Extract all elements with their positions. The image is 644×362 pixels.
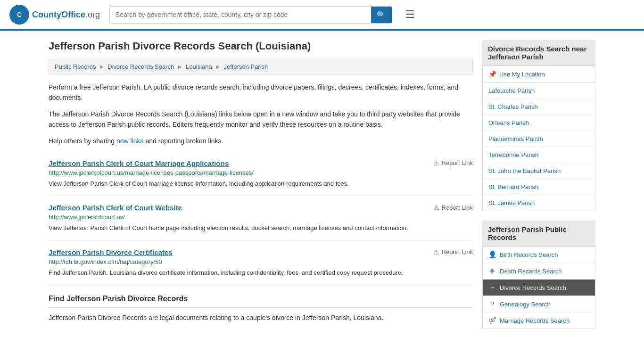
public-records-label-2: Divorce Records Search <box>500 284 566 291</box>
sidebar: Divorce Records Search near Jefferson Pa… <box>482 40 595 338</box>
report-icon-1: ⚠ <box>433 204 439 211</box>
content-area: Jefferson Parish Divorce Records Search … <box>49 40 473 338</box>
use-location-button[interactable]: 📌 Use My Location <box>483 66 595 82</box>
public-records-link-2[interactable]: ↔ Divorce Records Search <box>483 280 595 296</box>
public-records-icon-3: ? <box>488 300 496 308</box>
public-records-link-4[interactable]: ⚤ Marriage Records Search <box>483 313 595 329</box>
public-records-title: Jefferson Parish Public Records <box>482 221 595 247</box>
breadcrumb-public-records[interactable]: Public Records <box>55 63 96 70</box>
public-records-item[interactable]: ⚤ Marriage Records Search <box>483 313 595 329</box>
result-title-1[interactable]: Jefferson Parish Clerk of Court Website <box>49 204 182 212</box>
public-records-icon-1: ✚ <box>488 267 496 275</box>
page-title: Jefferson Parish Divorce Records Search … <box>49 40 473 52</box>
main-container: Jefferson Parish Divorce Records Search … <box>39 31 605 348</box>
result-title-2[interactable]: Jefferson Parish Divorce Certificates <box>49 248 173 256</box>
nearby-link-1[interactable]: St. Charles Parish <box>483 99 595 115</box>
search-button[interactable]: 🔍 <box>371 7 392 23</box>
use-location-item[interactable]: 📌 Use My Location <box>483 66 595 82</box>
result-title-0[interactable]: Jefferson Parish Clerk of Court Marriage… <box>49 159 229 167</box>
nearby-list: 📌 Use My Location <box>482 66 595 83</box>
nearby-link-0[interactable]: Lafourche Parish <box>483 83 595 99</box>
nearby-item[interactable]: Plaquemines Parish <box>483 131 595 147</box>
public-records-label-4: Marriage Records Search <box>500 317 570 324</box>
public-records-list: 👤 Birth Records Search ✚ Death Records S… <box>482 247 595 329</box>
public-records-item[interactable]: ↔ Divorce Records Search <box>483 280 595 296</box>
public-records-link-3[interactable]: ? Genealogy Search <box>483 296 595 312</box>
result-item: Jefferson Parish Divorce Certificates ⚠ … <box>49 241 473 286</box>
breadcrumb-divorce-records[interactable]: Divorce Records Search <box>107 63 174 70</box>
new-links-link[interactable]: new links <box>116 137 144 145</box>
public-records-item[interactable]: ? Genealogy Search <box>483 296 595 313</box>
desc-para-1: Perform a free Jefferson Parish, LA publ… <box>49 82 473 103</box>
nearby-item[interactable]: Lafourche Parish <box>483 83 595 99</box>
result-url-1: http://www.jpclerkofcourt.us/ <box>49 214 473 221</box>
public-records-link-1[interactable]: ✚ Death Records Search <box>483 263 595 279</box>
report-icon-2: ⚠ <box>433 248 439 256</box>
result-desc-0: View Jefferson Parish Clerk of Court mar… <box>49 179 473 189</box>
nearby-item[interactable]: St. James Parish <box>483 195 595 211</box>
breadcrumb-sep-3: ► <box>215 63 221 70</box>
result-desc-2: Find Jefferson Parish, Louisiana divorce… <box>49 268 473 278</box>
report-link-button-0[interactable]: ⚠ Report Link <box>433 159 473 167</box>
result-item: Jefferson Parish Clerk of Court Marriage… <box>49 152 473 197</box>
breadcrumb-sep-1: ► <box>99 63 105 70</box>
public-records-item[interactable]: 👤 Birth Records Search <box>483 247 595 263</box>
report-link-button-1[interactable]: ⚠ Report Link <box>433 204 473 211</box>
public-records-icon-0: 👤 <box>488 251 496 258</box>
breadcrumb-louisiana[interactable]: Louisiana <box>186 63 212 70</box>
report-link-label-0: Report Link <box>442 159 473 166</box>
nearby-title: Divorce Records Search near Jefferson Pa… <box>482 40 595 66</box>
public-records-icon-2: ↔ <box>488 284 496 291</box>
report-icon-0: ⚠ <box>433 159 439 167</box>
search-input[interactable] <box>110 7 371 22</box>
logo-icon: C <box>9 5 29 25</box>
menu-button[interactable]: ☰ <box>402 7 419 23</box>
public-records-label-0: Birth Records Search <box>500 251 558 258</box>
nearby-link-3[interactable]: Plaquemines Parish <box>483 131 595 147</box>
nearby-link-6[interactable]: St. Bernard Parish <box>483 179 595 195</box>
bottom-desc: Jefferson Parish Divorce Records are leg… <box>49 313 473 323</box>
public-records-label-3: Genealogy Search <box>500 301 551 308</box>
nearby-list-items: Lafourche ParishSt. Charles ParishOrlean… <box>482 83 595 211</box>
pin-icon: 📌 <box>488 70 496 78</box>
report-link-label-2: Report Link <box>442 248 473 255</box>
find-section-heading: Find Jefferson Parish Divorce Records <box>49 295 473 308</box>
use-location-label: Use My Location <box>499 71 545 78</box>
nearby-item[interactable]: St. John the Baptist Parish <box>483 163 595 179</box>
nearby-item[interactable]: St. Charles Parish <box>483 99 595 115</box>
results-container: Jefferson Parish Clerk of Court Marriage… <box>49 152 473 286</box>
result-item: Jefferson Parish Clerk of Court Website … <box>49 196 473 241</box>
breadcrumb: Public Records ► Divorce Records Search … <box>49 59 473 74</box>
public-records-icon-4: ⚤ <box>488 317 496 324</box>
public-records-item[interactable]: ✚ Death Records Search <box>483 263 595 280</box>
nearby-item[interactable]: Terrebonne Parish <box>483 147 595 163</box>
header: C CountyOffice.org 🔍 ☰ <box>0 0 644 31</box>
logo[interactable]: C CountyOffice.org <box>9 5 100 25</box>
public-records-section: Jefferson Parish Public Records 👤 Birth … <box>482 221 595 329</box>
search-bar: 🔍 <box>109 6 392 24</box>
desc-para-2: The Jefferson Parish Divorce Records Sea… <box>49 109 473 130</box>
result-url-2: http://ldh.la.gov/index.cfm/faq/category… <box>49 258 473 265</box>
nearby-item[interactable]: Orleans Parish <box>483 115 595 131</box>
result-header: Jefferson Parish Clerk of Court Marriage… <box>49 159 473 167</box>
svg-text:C: C <box>17 11 22 18</box>
breadcrumb-jefferson-parish[interactable]: Jefferson Parish <box>224 63 268 70</box>
public-records-link-0[interactable]: 👤 Birth Records Search <box>483 247 595 263</box>
result-url-0: http://www.jpclerkofcourt.us/marriage-li… <box>49 169 473 176</box>
result-header: Jefferson Parish Divorce Certificates ⚠ … <box>49 248 473 256</box>
desc-para-3: Help others by sharing new links and rep… <box>49 136 473 146</box>
nearby-link-5[interactable]: St. John the Baptist Parish <box>483 163 595 179</box>
logo-text: CountyOffice.org <box>32 10 100 20</box>
report-link-button-2[interactable]: ⚠ Report Link <box>433 248 473 256</box>
public-records-label-1: Death Records Search <box>500 268 562 275</box>
nearby-item[interactable]: St. Bernard Parish <box>483 179 595 195</box>
breadcrumb-sep-2: ► <box>177 63 183 70</box>
result-header: Jefferson Parish Clerk of Court Website … <box>49 204 473 212</box>
nearby-link-4[interactable]: Terrebonne Parish <box>483 147 595 163</box>
nearby-link-7[interactable]: St. James Parish <box>483 195 595 211</box>
nearby-section: Divorce Records Search near Jefferson Pa… <box>482 40 595 211</box>
nearby-link-2[interactable]: Orleans Parish <box>483 115 595 131</box>
result-desc-1: View Jefferson Parish Clerk of Court hom… <box>49 223 473 233</box>
report-link-label-1: Report Link <box>442 204 473 211</box>
